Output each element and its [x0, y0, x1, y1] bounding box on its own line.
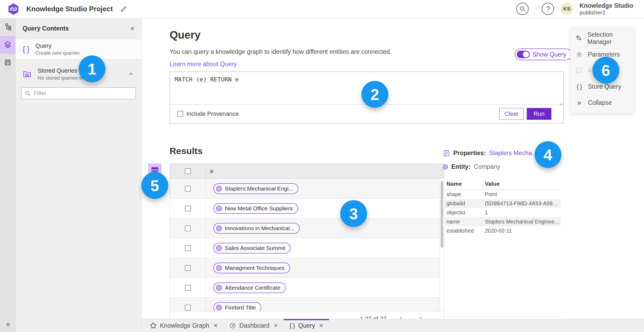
annotation-badge-3: 3 [340, 200, 367, 227]
row-checkbox[interactable] [185, 206, 191, 211]
collapse-section-icon[interactable] [127, 70, 134, 77]
hierarchy-icon [4, 23, 12, 31]
entity-pill[interactable]: Attendance Certificate [213, 282, 286, 293]
name-column-header: Name [443, 181, 485, 189]
learn-more-link[interactable]: Learn more about Query [170, 61, 237, 68]
entity-pill[interactable]: Staplers Mechanical Engi... [213, 183, 298, 194]
property-name: objectid [443, 210, 485, 216]
annotation-badge-2: 2 [361, 81, 388, 108]
table-row[interactable]: Firebird Title [170, 298, 440, 311]
entity-dot-icon [216, 206, 222, 211]
entity-value: Company [474, 163, 500, 170]
rail-item-hierarchy[interactable] [0, 18, 16, 36]
collapse-item[interactable]: » Collapse [570, 95, 634, 111]
property-row: established 2020-02-11 [443, 226, 561, 235]
table-row[interactable]: Staplers Mechanical Engi... [170, 179, 440, 199]
property-value: Staplers Mechanical Engineering [485, 219, 561, 225]
entity-dot-icon [216, 265, 222, 271]
close-panel-icon[interactable]: × [130, 24, 134, 33]
tab-query[interactable]: { } Query × [284, 319, 329, 332]
entity-pill-label: Sales Associate Summit [225, 245, 285, 251]
help-button[interactable]: ? [542, 3, 554, 15]
run-button[interactable]: Run [527, 108, 551, 120]
table-row[interactable]: Sales Associate Summit [170, 238, 440, 258]
dashboard-gauge-icon [229, 322, 236, 329]
stored-queries-item[interactable]: Stored Queries No stored queries exist [16, 63, 141, 85]
expand-rail-button[interactable]: » [0, 320, 16, 328]
table-row[interactable]: Attendance Certificate [170, 278, 440, 298]
query-page-title: Query [170, 29, 201, 41]
table-row[interactable]: New Metal Office Suppliers [170, 199, 440, 218]
row-checkbox[interactable] [185, 186, 191, 192]
entity-pill[interactable]: Sales Associate Summit [213, 243, 291, 253]
user-role: publisher2 [579, 9, 633, 16]
filter-search-icon [25, 90, 31, 96]
entity-pill[interactable]: Firebird Title [213, 302, 261, 311]
filter-input[interactable] [34, 90, 132, 97]
entity-label: Entity: [451, 163, 471, 170]
close-tab-icon[interactable]: × [274, 322, 278, 329]
property-value: {5D9B4713-F98D-4A53-A59F-C11... [485, 200, 561, 207]
query-item[interactable]: { } Query Create new queries [16, 39, 141, 59]
property-row: name Staplers Mechanical Engineering [443, 217, 561, 226]
results-title: Results [170, 146, 203, 156]
user-avatar[interactable]: KS [561, 3, 573, 15]
tab-knowledge-graph[interactable]: Knowledge Graph × [144, 319, 223, 332]
close-tab-icon[interactable]: × [319, 322, 323, 329]
selection-manager-label: Selection Manager [587, 31, 629, 46]
stored-queries-filter[interactable] [21, 87, 136, 99]
header-divider [535, 3, 535, 15]
tab-dashboard[interactable]: Dashboard × [223, 319, 284, 332]
row-checkbox[interactable] [185, 265, 191, 271]
entity-pill[interactable]: Innovations in Mechanical... [213, 223, 300, 234]
properties-entity-link[interactable]: Staplers Mechanic... [489, 150, 540, 157]
entity-dot-icon [216, 305, 222, 311]
save-icon [4, 59, 12, 66]
clear-button[interactable]: Clear [499, 108, 524, 120]
property-value: 2020-02-11 [485, 228, 561, 234]
app-logo-icon[interactable] [7, 3, 20, 16]
annotation-badge-6: 6 [592, 57, 619, 84]
gear-icon [576, 51, 583, 58]
entity-pill-label: Attendance Certificate [225, 285, 280, 291]
entity-dot-icon [216, 186, 222, 192]
properties-label: Properties: [453, 150, 486, 157]
entity-pill[interactable]: New Metal Office Suppliers [213, 203, 298, 214]
selection-manager-icon [576, 35, 583, 42]
rail-item-save[interactable] [0, 54, 16, 71]
row-checkbox[interactable] [185, 225, 191, 231]
close-tab-icon[interactable]: × [214, 322, 217, 329]
rail-item-layers[interactable] [0, 36, 16, 54]
query-item-description: Create new queries [35, 50, 80, 56]
properties-icon [443, 149, 450, 157]
entity-pill[interactable]: Managment Techniques [213, 263, 290, 273]
table-row[interactable]: Innovations in Mechanical... [170, 218, 440, 238]
entity-pill-label: Managment Techniques [225, 265, 285, 271]
entity-pill-label: Firebird Title [225, 304, 256, 311]
search-button[interactable] [516, 3, 529, 15]
edit-title-icon[interactable] [120, 5, 127, 13]
properties-rows: shape Point globalid {5D9B4713-F98D-4A53… [443, 190, 561, 235]
braces-icon: { } [290, 322, 295, 329]
show-query-toggle[interactable]: Show Query [515, 49, 572, 60]
query-contents-panel: Query Contents × { } Query Create new qu… [16, 18, 142, 332]
braces-icon: { } [576, 83, 583, 90]
row-checkbox[interactable] [185, 305, 191, 311]
layers-icon [4, 41, 12, 49]
column-header-e: e [206, 168, 444, 175]
user-menu[interactable]: Knowledge Studio publisher2 [579, 2, 633, 16]
store-query-label: Store Query [588, 83, 621, 90]
table-row[interactable]: Managment Techniques [170, 258, 440, 278]
row-checkbox[interactable] [185, 285, 191, 291]
row-checkbox[interactable] [185, 245, 191, 251]
collapse-label: Collapse [588, 99, 612, 106]
include-provenance-checkbox[interactable] [177, 111, 183, 117]
property-row: shape Point [443, 190, 561, 199]
entity-type-dot-icon [443, 164, 448, 170]
selection-manager-item[interactable]: Selection Manager [570, 30, 634, 46]
select-all-checkbox[interactable] [185, 168, 191, 174]
toggle-switch[interactable] [517, 51, 530, 58]
user-name: Knowledge Studio [579, 2, 633, 9]
property-value: 1 [485, 210, 561, 216]
value-column-header: Value [485, 181, 561, 189]
